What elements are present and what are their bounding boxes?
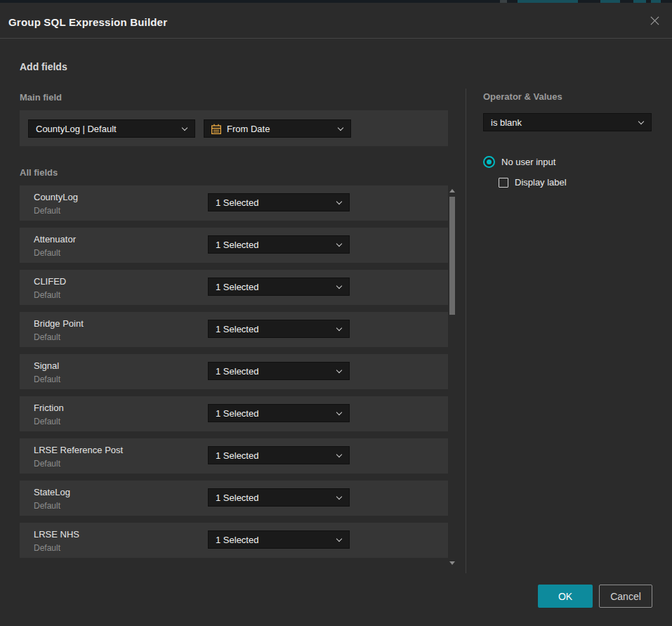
- main-field-field-dropdown[interactable]: From Date: [204, 119, 351, 138]
- close-icon: [650, 15, 660, 26]
- scrollbar-down-arrow-icon[interactable]: [449, 561, 455, 565]
- field-selection-dropdown[interactable]: 1 Selected: [208, 488, 350, 507]
- field-subtitle: Default: [34, 332, 60, 342]
- main-field-container: CountyLog | Default From Date: [20, 110, 448, 146]
- field-subtitle: Default: [34, 417, 60, 426]
- main-field-layer-dropdown[interactable]: CountyLog | Default: [28, 119, 195, 138]
- field-row: CLIFED Default 1 Selected: [20, 270, 448, 305]
- main-field-field-value: From Date: [227, 124, 270, 134]
- field-subtitle: Default: [34, 543, 60, 553]
- field-name: Bridge Point: [34, 318, 84, 329]
- field-selection-dropdown[interactable]: 1 Selected: [208, 278, 350, 296]
- all-fields-list: CountyLog Default 1 Selected Attenuator …: [20, 185, 448, 565]
- ok-button[interactable]: OK: [538, 585, 593, 608]
- radio-selected-icon: [483, 156, 495, 168]
- field-name: CountyLog: [34, 192, 78, 202]
- field-selection-dropdown[interactable]: 1 Selected: [208, 404, 350, 422]
- field-subtitle: Default: [34, 206, 60, 216]
- field-subtitle: Default: [34, 248, 60, 258]
- operator-dropdown[interactable]: is blank: [483, 113, 652, 131]
- dialog-title: Group SQL Expression Builder: [8, 16, 167, 28]
- field-row: CountyLog Default 1 Selected: [20, 185, 448, 221]
- display-label-checkbox[interactable]: Display label: [499, 177, 567, 188]
- field-row: LRSE Reference Post Default 1 Selected: [20, 438, 448, 474]
- group-sql-expression-builder-dialog: Group SQL Expression Builder Add fields …: [0, 3, 672, 626]
- operator-value: is blank: [491, 117, 522, 128]
- field-name: CLIFED: [34, 276, 66, 287]
- chevron-down-icon: [336, 410, 342, 415]
- add-fields-heading: Add fields: [20, 61, 67, 72]
- scrollbar[interactable]: [447, 185, 457, 568]
- field-row: LRSE NHS Default 1 Selected: [20, 523, 448, 558]
- main-field-label: Main field: [20, 92, 62, 103]
- field-row: StateLog Default 1 Selected: [20, 481, 448, 516]
- header-divider: [0, 38, 672, 39]
- chevron-down-icon: [336, 325, 342, 331]
- field-subtitle: Default: [34, 290, 60, 300]
- field-selection-value: 1 Selected: [216, 197, 258, 208]
- chevron-down-icon: [336, 367, 342, 373]
- field-name: Attenuator: [34, 234, 76, 244]
- cancel-button[interactable]: Cancel: [599, 585, 652, 608]
- field-selection-value: 1 Selected: [216, 535, 258, 545]
- field-name: LRSE NHS: [34, 529, 79, 540]
- no-user-input-label: No user input: [501, 157, 555, 167]
- chevron-down-icon: [336, 283, 342, 289]
- field-selection-dropdown[interactable]: 1 Selected: [208, 362, 350, 380]
- field-selection-dropdown[interactable]: 1 Selected: [208, 193, 350, 211]
- close-button[interactable]: [643, 8, 666, 32]
- field-selection-value: 1 Selected: [216, 282, 258, 292]
- field-name: LRSE Reference Post: [34, 445, 123, 455]
- field-selection-value: 1 Selected: [216, 493, 258, 503]
- field-selection-dropdown[interactable]: 1 Selected: [208, 530, 350, 549]
- field-selection-value: 1 Selected: [216, 324, 258, 334]
- field-selection-value: 1 Selected: [216, 450, 258, 461]
- chevron-down-icon: [338, 125, 343, 131]
- chevron-down-icon: [336, 241, 342, 247]
- field-selection-value: 1 Selected: [216, 366, 258, 377]
- field-name: StateLog: [34, 487, 70, 497]
- calendar-icon: [211, 124, 222, 135]
- field-row: Signal Default 1 Selected: [20, 354, 448, 389]
- chevron-down-icon: [336, 494, 342, 500]
- scrollbar-up-arrow-icon[interactable]: [449, 189, 455, 193]
- field-selection-value: 1 Selected: [216, 240, 258, 250]
- no-user-input-radio[interactable]: No user input: [483, 156, 555, 168]
- field-row: Attenuator Default 1 Selected: [20, 228, 448, 263]
- display-label-text: Display label: [515, 177, 567, 188]
- field-subtitle: Default: [34, 501, 60, 511]
- field-selection-dropdown[interactable]: 1 Selected: [208, 235, 350, 254]
- chevron-down-icon: [638, 119, 644, 124]
- panel-divider: [466, 89, 466, 573]
- checkbox-unchecked-icon: [499, 178, 508, 188]
- main-field-layer-value: CountyLog | Default: [36, 124, 117, 134]
- field-selection-value: 1 Selected: [216, 408, 258, 419]
- field-name: Friction: [34, 403, 64, 413]
- field-subtitle: Default: [34, 459, 60, 469]
- all-fields-label: All fields: [20, 167, 58, 178]
- chevron-down-icon: [336, 452, 342, 457]
- chevron-down-icon: [182, 125, 187, 131]
- field-subtitle: Default: [34, 374, 60, 384]
- field-selection-dropdown[interactable]: 1 Selected: [208, 446, 350, 464]
- operator-values-label: Operator & Values: [483, 91, 562, 102]
- field-row: Bridge Point Default 1 Selected: [20, 312, 448, 347]
- chevron-down-icon: [336, 199, 342, 204]
- field-name: Signal: [34, 360, 59, 371]
- field-selection-dropdown[interactable]: 1 Selected: [208, 320, 350, 338]
- field-row: Friction Default 1 Selected: [20, 396, 448, 431]
- scrollbar-thumb[interactable]: [449, 197, 455, 315]
- chevron-down-icon: [336, 536, 342, 542]
